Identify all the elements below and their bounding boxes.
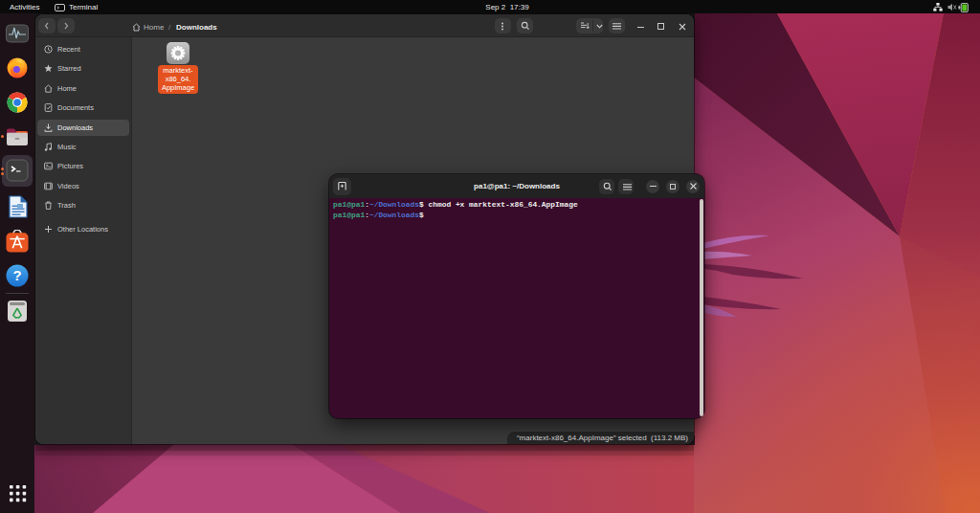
svg-text:?: ? [12, 268, 21, 283]
